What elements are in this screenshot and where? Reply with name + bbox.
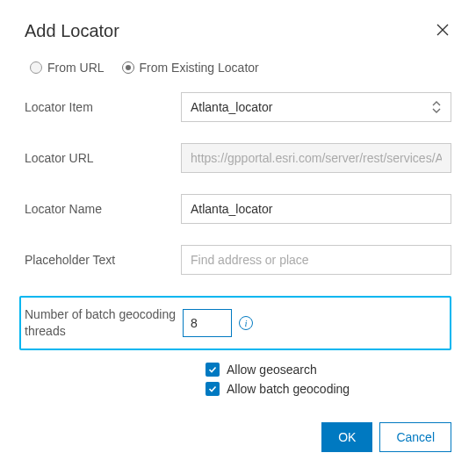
- row-batch-threads: Number of batch geocoding threads i: [19, 296, 451, 350]
- radio-from-existing[interactable]: From Existing Locator: [122, 61, 259, 75]
- checkbox-label: Allow geosearch: [227, 363, 317, 377]
- dialog-title: Add Locator: [25, 21, 119, 41]
- input-batch-threads[interactable]: [183, 309, 232, 337]
- checkbox-allow-batch-geocoding[interactable]: Allow batch geocoding: [206, 382, 451, 396]
- checkbox-allow-geosearch[interactable]: Allow geosearch: [206, 363, 451, 377]
- batch-threads-control: i: [183, 309, 253, 337]
- radio-label: From URL: [47, 61, 105, 75]
- close-icon: [436, 23, 450, 37]
- row-placeholder-text: Placeholder Text: [25, 245, 451, 275]
- ok-button[interactable]: OK: [321, 422, 372, 452]
- dialog-header: Add Locator: [25, 21, 451, 41]
- label-batch-threads: Number of batch geocoding threads: [25, 306, 183, 340]
- radio-icon: [30, 61, 42, 74]
- input-locator-url: [181, 143, 451, 173]
- label-locator-url: Locator URL: [25, 151, 181, 165]
- checkmark-icon: [206, 382, 220, 396]
- label-placeholder-text: Placeholder Text: [25, 253, 181, 267]
- checkbox-label: Allow batch geocoding: [227, 382, 350, 396]
- radio-from-url[interactable]: From URL: [30, 61, 105, 75]
- close-button[interactable]: [434, 21, 451, 39]
- input-placeholder-text[interactable]: [181, 245, 451, 275]
- row-locator-name: Locator Name: [25, 194, 451, 224]
- label-locator-name: Locator Name: [25, 202, 181, 216]
- row-locator-item: Locator Item Atlanta_locator: [25, 92, 451, 122]
- checkmark-icon: [206, 363, 220, 377]
- options-group: Allow geosearch Allow batch geocoding: [206, 363, 451, 396]
- input-locator-name[interactable]: [181, 194, 451, 224]
- cancel-button[interactable]: Cancel: [379, 422, 451, 452]
- select-locator-item[interactable]: Atlanta_locator: [181, 92, 451, 122]
- row-locator-url: Locator URL: [25, 143, 451, 173]
- radio-icon: [122, 61, 134, 74]
- dialog-footer: OK Cancel: [25, 422, 451, 452]
- source-radio-group: From URL From Existing Locator: [25, 61, 451, 75]
- select-stepper-icon: [431, 100, 442, 114]
- select-value: Atlanta_locator: [191, 100, 272, 114]
- add-locator-dialog: Add Locator From URL From Existing Locat…: [0, 0, 476, 460]
- radio-label: From Existing Locator: [140, 61, 259, 75]
- info-icon[interactable]: i: [239, 316, 253, 330]
- label-locator-item: Locator Item: [25, 100, 181, 114]
